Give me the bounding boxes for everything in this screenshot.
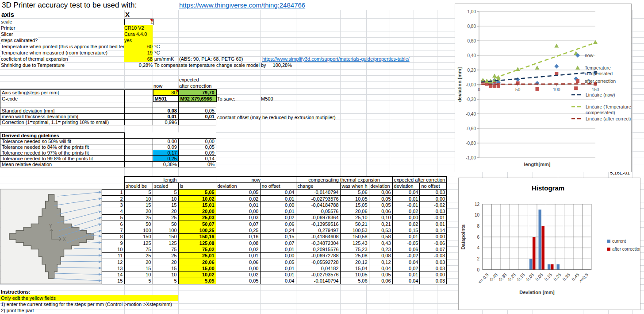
stddev-expected-cell[interactable]: 0,05 — [179, 108, 216, 114]
measurement-cell[interactable]: 0,07 — [216, 221, 260, 227]
measurement-cell[interactable]: 0,08 — [216, 240, 260, 246]
measurement-cell[interactable]: 0,58 — [369, 233, 392, 240]
measurement-cell[interactable]: 100,53 — [340, 227, 369, 233]
measurement-cell[interactable]: 0,06 — [260, 221, 296, 227]
value-cell[interactable]: 68 — [124, 56, 153, 62]
measurement-cell[interactable]: 0,01 — [392, 233, 420, 240]
measurement-cell[interactable]: 0,01 — [216, 252, 260, 259]
cell[interactable] — [125, 162, 153, 167]
measurement-cell[interactable]: 0,04 — [260, 189, 296, 195]
measurement-cell[interactable]: -0,20915576 — [296, 246, 340, 252]
measurement-cell[interactable]: 15 — [153, 265, 178, 271]
measurement-cell[interactable]: 0,06 — [369, 189, 392, 195]
tolerance-now-cell[interactable]: 0,17 — [153, 150, 179, 156]
measurement-cell[interactable]: -0,03 — [420, 265, 447, 271]
tolerance-now-cell[interactable]: 0,09 — [153, 144, 179, 150]
measurement-cell[interactable]: -0,07 — [420, 246, 447, 252]
tolerance-expected-cell[interactable]: 0,14 — [179, 156, 216, 162]
measurement-cell[interactable]: 0,53 — [369, 227, 392, 233]
measurement-cell[interactable]: 0,02 — [216, 195, 260, 202]
measurement-cell[interactable]: -0,06 — [420, 240, 447, 246]
measurement-cell[interactable]: -0,04184788 — [296, 202, 340, 208]
measurement-cell[interactable]: 150,58 — [340, 233, 369, 240]
measurement-cell[interactable]: 0,10 — [369, 214, 392, 221]
measurement-cell[interactable]: 5 — [153, 278, 178, 284]
measurement-cell[interactable]: 5,06 — [340, 278, 369, 284]
measurement-cell[interactable]: 0,04 — [260, 278, 296, 284]
measurement-cell[interactable]: 125,43 — [340, 240, 369, 246]
measurement-cell[interactable]: -0,01 — [392, 202, 420, 208]
measurement-cell[interactable]: 75,02 — [178, 246, 216, 252]
cell[interactable] — [125, 139, 153, 144]
measurement-cell[interactable]: 0,08 — [369, 252, 392, 259]
measurement-cell[interactable]: 0,02 — [260, 214, 296, 221]
to-save-value[interactable]: M500 — [261, 96, 273, 102]
measurement-cell[interactable]: 0,04 — [392, 259, 420, 265]
tolerance-expected-cell[interactable]: 0,05 — [179, 144, 216, 150]
measurement-cell[interactable]: 0,06 — [216, 259, 260, 265]
measurement-cell[interactable]: 25,03 — [178, 214, 216, 221]
measurement-cell[interactable]: 25,10 — [340, 214, 369, 221]
measurement-cell[interactable]: 0,06 — [369, 278, 392, 284]
measurement-cell[interactable]: 0,04 — [392, 189, 420, 195]
deviation-scatter-chart[interactable]: -1,00-0,80-0,60-0,40-0,20-0,000,200,400,… — [455, 4, 632, 172]
measurement-cell[interactable]: 100 — [153, 227, 178, 233]
measurement-cell[interactable]: -0,06 — [392, 246, 420, 252]
measurement-cell[interactable]: -0,02793576 — [296, 271, 340, 278]
measurement-cell[interactable]: 0,25 — [216, 227, 260, 233]
measurement-cell[interactable]: -0,0140794 — [296, 278, 340, 284]
value-cell[interactable]: yes — [124, 37, 153, 43]
measurement-cell[interactable]: 0,00 — [260, 202, 296, 208]
measurement-cell[interactable]: 50 — [153, 221, 178, 227]
wall-now-cell[interactable]: 0,01 — [153, 114, 179, 120]
measurement-cell[interactable]: -0,04182 — [296, 265, 340, 271]
measurement-cell[interactable]: 0,05 — [369, 271, 392, 278]
measurement-cell[interactable]: 0,06 — [369, 208, 392, 214]
measurement-cell[interactable]: 0,43 — [369, 240, 392, 246]
measurement-cell[interactable]: -0,41864608 — [296, 233, 340, 240]
measurement-cell[interactable]: 0,00 — [392, 214, 420, 221]
measurement-cell[interactable]: 0,03 — [420, 259, 447, 265]
measurement-cell[interactable]: 0,02 — [216, 271, 260, 278]
cell[interactable] — [125, 144, 153, 150]
measurement-cell[interactable]: 0,05 — [260, 259, 296, 265]
measurement-cell[interactable]: 0,15 — [260, 233, 296, 240]
measurement-cell[interactable]: 150 — [153, 233, 178, 240]
measurement-cell[interactable]: 20,00 — [178, 208, 216, 214]
measurement-cell[interactable]: -0,02793576 — [296, 195, 340, 202]
measurement-cell[interactable]: 0,07 — [260, 240, 296, 246]
measurement-cell[interactable]: 0,04 — [392, 278, 420, 284]
measurement-cell[interactable]: 0,12 — [369, 259, 392, 265]
measurement-cell[interactable]: -0,279497 — [296, 227, 340, 233]
measurement-cell[interactable]: 0,21 — [369, 221, 392, 227]
value-cell[interactable]: 19 — [124, 50, 153, 56]
measurement-cell[interactable]: 0,03 — [420, 189, 447, 195]
measurement-cell[interactable]: 20,06 — [178, 259, 216, 265]
cell[interactable] — [125, 156, 153, 162]
measurement-cell[interactable]: 5 — [153, 189, 178, 195]
gcode-now-cell[interactable]: M501 — [153, 96, 179, 102]
tolerance-expected-cell[interactable]: 0,00 — [179, 139, 216, 144]
thingiverse-link[interactable]: https://www.thingiverse.com/thing:248476… — [179, 1, 305, 9]
measurement-cell[interactable]: 0,02 — [216, 246, 260, 252]
value-cell[interactable]: CR10 V2 — [124, 25, 153, 31]
tolerance-expected-cell[interactable]: 0,09 — [179, 150, 216, 156]
measurement-cell[interactable]: 0,01 — [260, 195, 296, 202]
measurement-cell[interactable]: -0,02 — [392, 252, 420, 259]
measurement-cell[interactable]: 25 — [153, 252, 178, 259]
measurement-cell[interactable]: 25,01 — [178, 252, 216, 259]
measurement-cell[interactable]: 125 — [153, 240, 178, 246]
measurement-cell[interactable]: 15,00 — [178, 265, 216, 271]
measurement-cell[interactable]: 0,01 — [392, 195, 420, 202]
measurement-cell[interactable]: 20 — [153, 208, 178, 214]
measurement-cell[interactable]: 0,04 — [369, 265, 392, 271]
measurement-cell[interactable]: 0,01 — [216, 202, 260, 208]
value-cell[interactable]: 60 — [124, 43, 153, 50]
measurement-cell[interactable]: 25,08 — [340, 252, 369, 259]
stddev-now-cell[interactable]: 0,08 — [153, 108, 179, 114]
measurement-cell[interactable]: 10,05 — [340, 271, 369, 278]
measurement-cell[interactable]: -0,05 — [392, 240, 420, 246]
measurement-cell[interactable]: -0,01 — [260, 208, 296, 214]
measurement-cell[interactable]: -0,02 — [420, 202, 447, 208]
measurement-cell[interactable]: -0,02 — [392, 265, 420, 271]
